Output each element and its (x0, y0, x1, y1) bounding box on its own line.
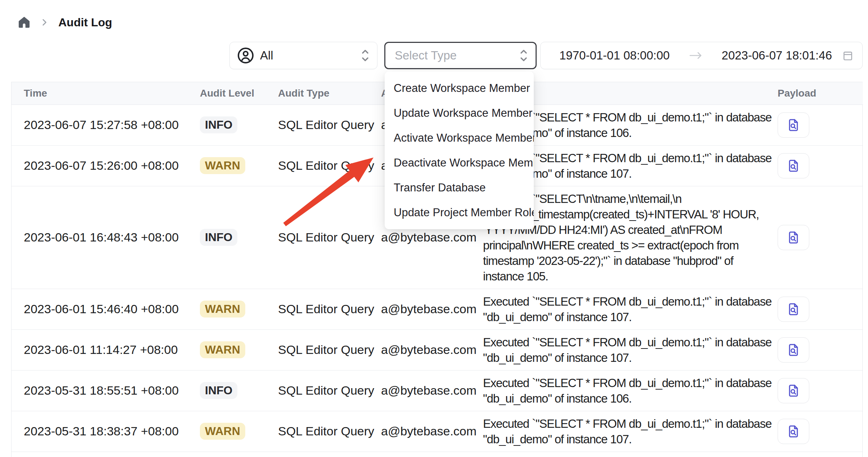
breadcrumb-chevron-icon (40, 18, 49, 27)
row-actor: a@bytebase.com (381, 424, 476, 438)
audit-level-badge: INFO (200, 116, 237, 133)
calendar-icon (842, 49, 854, 62)
audit-level-badge: INFO (200, 229, 237, 246)
actor-filter-value: All (260, 49, 273, 62)
file-search-icon (787, 302, 800, 316)
audit-log-row: 2023-05-31 18:38:37 +08:00 WARN SQL Edit… (12, 411, 863, 452)
select-carets-icon (520, 49, 528, 62)
payload-view-button[interactable] (778, 225, 809, 250)
row-time: 2023-06-01 11:14:27 +08:00 (24, 343, 178, 356)
type-menu-item[interactable]: Update Workspace Member (385, 101, 534, 125)
payload-view-button[interactable] (778, 297, 809, 322)
file-search-icon (787, 383, 800, 398)
row-comment: Executed `"SELECT * FROM db_ui_demo.t1;"… (483, 375, 773, 406)
audit-level-badge: WARN (200, 423, 245, 440)
page-title: Audit Log (58, 16, 112, 29)
audit-log-row: 2023-05-31 18:55:51 +08:00 INFO SQL Edit… (12, 370, 863, 411)
column-header-audit-level: Audit Level (200, 82, 278, 105)
row-audit-type: SQL Editor Query (278, 424, 374, 438)
row-comment: Executed `"SELECT * FROM db_ui_demo.t1;"… (483, 294, 773, 325)
breadcrumb: Audit Log (17, 14, 112, 30)
type-menu-item[interactable]: Update Project Member Role (385, 200, 534, 225)
arrow-right-icon (670, 50, 721, 61)
audit-level-badge: WARN (200, 301, 245, 318)
row-actor: a@bytebase.com (381, 343, 476, 356)
file-search-icon (787, 343, 800, 357)
row-time: 2023-06-01 15:46:40 +08:00 (24, 302, 179, 316)
date-range-end[interactable]: 2023-06-07 18:01:46 (722, 49, 832, 62)
row-time: 2023-05-31 18:38:37 +08:00 (24, 424, 179, 438)
actor-filter-select[interactable]: All (229, 42, 377, 69)
audit-log-row: 2023-06-01 15:46:40 +08:00 WARN SQL Edit… (12, 289, 863, 329)
column-header-audit-type: Audit Type (278, 82, 381, 105)
row-audit-type: SQL Editor Query (278, 302, 374, 316)
row-actor: a@bytebase.com (381, 230, 476, 244)
audit-log-row: 2023-06-01 11:14:27 +08:00 WARN SQL Edit… (12, 329, 863, 370)
file-search-icon (787, 118, 800, 132)
row-actor: a@bytebase.com (381, 383, 476, 397)
annotation-arrow (277, 151, 382, 234)
home-icon[interactable] (17, 15, 31, 29)
payload-view-button[interactable] (778, 112, 809, 138)
type-filter-placeholder: Select Type (395, 49, 457, 62)
type-menu-item[interactable]: Activate Workspace Member (385, 125, 534, 150)
column-header-time: Time (12, 82, 200, 105)
audit-level-badge: WARN (200, 157, 245, 174)
user-circle-icon (237, 47, 254, 64)
type-menu-item[interactable]: Deactivate Workspace Member (385, 150, 534, 175)
row-comment: Executed `"SELECT * FROM db_ui_demo.t1;"… (483, 334, 773, 365)
row-time: 2023-06-07 15:26:00 +08:00 (24, 159, 179, 172)
row-time: 2023-06-01 16:48:43 +08:00 (24, 230, 179, 244)
row-audit-type: SQL Editor Query (278, 383, 374, 397)
file-search-icon (787, 159, 800, 173)
payload-view-button[interactable] (778, 153, 809, 178)
date-range-start[interactable]: 1970-01-01 08:00:00 (559, 49, 670, 62)
type-menu-item[interactable]: Create Workspace Member (385, 76, 534, 101)
row-time: 2023-05-31 18:55:51 +08:00 (24, 383, 179, 397)
row-actor: a@bytebase.com (381, 302, 476, 316)
row-comment: Executed `"SELECT * FROM db_ui_demo.t1;"… (483, 416, 773, 447)
type-select-dropdown-menu: Create Workspace MemberUpdate Workspace … (385, 71, 534, 229)
column-header-payload: Payload (778, 82, 863, 105)
row-audit-type: SQL Editor Query (278, 343, 374, 356)
audit-level-badge: WARN (200, 341, 245, 358)
payload-view-button[interactable] (778, 378, 809, 403)
payload-view-button[interactable] (778, 419, 809, 444)
payload-view-button[interactable] (778, 337, 809, 363)
type-menu-item[interactable]: Transfer Database (385, 175, 534, 200)
row-audit-type: SQL Editor Query (278, 118, 374, 132)
audit-level-badge: INFO (200, 382, 237, 399)
row-time: 2023-06-07 15:27:58 +08:00 (24, 118, 179, 132)
select-carets-icon (361, 49, 369, 62)
date-range-picker[interactable]: 1970-01-01 08:00:00 2023-06-07 18:01:46 (540, 42, 863, 69)
file-search-icon (787, 424, 800, 439)
type-filter-select[interactable]: Select Type (384, 42, 537, 69)
file-search-icon (787, 230, 800, 245)
